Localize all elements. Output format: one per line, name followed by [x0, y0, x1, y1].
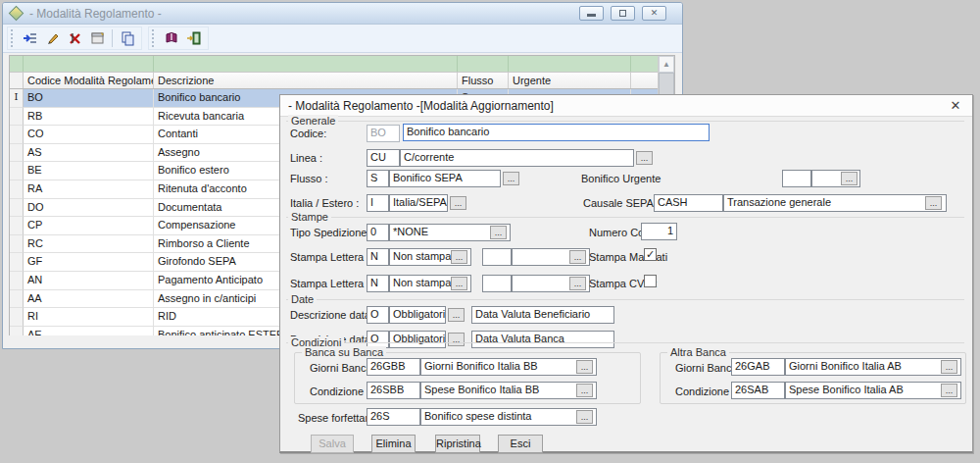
help-button[interactable]	[160, 27, 182, 49]
toolbar-gripper-2[interactable]	[152, 29, 156, 47]
properties-button[interactable]	[86, 27, 109, 49]
elimina-button[interactable]: Elimina	[371, 435, 416, 453]
scroll-up-icon[interactable]: ▲	[659, 56, 674, 73]
codice-label: Codice:	[290, 128, 326, 139]
app-diamond-icon	[9, 6, 24, 22]
table-cell: RC	[24, 235, 154, 254]
row-selector-cell	[10, 253, 24, 272]
row-selector-cell	[10, 217, 24, 235]
flusso-code-input[interactable]: S	[367, 170, 389, 187]
bb-spesa-desc-field: Spese Bonifico Italia BB	[420, 382, 597, 399]
linea-code-input[interactable]: CU	[367, 149, 400, 167]
codice-desc-input[interactable]: Bonifico bancario	[403, 124, 710, 141]
data1-mode-field: Obbligatorio	[389, 306, 446, 324]
fornitore-extra-code-input[interactable]	[482, 248, 512, 266]
table-cell: BE	[24, 162, 154, 180]
flusso-lookup-button[interactable]: ...	[503, 172, 519, 185]
header-code[interactable]: Codice Modalità Regolamento	[24, 73, 154, 88]
codice-code-field: BO	[367, 125, 400, 142]
close-button[interactable]: ✕	[642, 6, 666, 21]
spese-code-input[interactable]: 26S	[367, 408, 420, 426]
banca-lookup-button[interactable]: ...	[451, 277, 467, 290]
fornitore-code-input[interactable]: N	[367, 248, 389, 266]
minimize-button[interactable]	[579, 6, 604, 21]
row-selector-cell	[10, 272, 24, 290]
exit-button[interactable]	[182, 27, 205, 49]
linea-lookup-button[interactable]: ...	[636, 151, 653, 165]
data1-code-input[interactable]: O	[367, 306, 389, 324]
ab-spesa-code-input[interactable]: 26SAB	[731, 382, 785, 399]
stampa-mandati-checkbox[interactable]: ✓	[644, 248, 657, 261]
tipo-spedizione-lookup-button[interactable]: ...	[490, 226, 507, 239]
ab-spesa-lookup-button[interactable]: ...	[941, 384, 957, 397]
bb-giorni-lookup-button[interactable]: ...	[576, 360, 593, 374]
header-flusso[interactable]: Flusso	[458, 73, 509, 88]
delete-x-icon	[68, 30, 83, 46]
copy-button[interactable]	[116, 27, 138, 49]
bonifico-urgente-label: Bonifico Urgente	[581, 173, 661, 184]
delete-button[interactable]	[64, 27, 86, 49]
data1-desc-input[interactable]: Data Valuta Beneficiario	[471, 306, 614, 324]
italia-estero-code-input[interactable]: I	[367, 194, 389, 212]
bonifico-urgente-code-input[interactable]	[782, 170, 811, 187]
causale-sepa-desc-field: Transazione generale	[723, 194, 947, 212]
ab-giorni-lookup-button[interactable]: ...	[941, 360, 957, 374]
bb-giorni-code-input[interactable]: 26GBB	[367, 358, 420, 376]
causale-sepa-code-input[interactable]: CASH	[654, 194, 723, 212]
insert-record-icon	[23, 30, 38, 46]
banca-code-input[interactable]: N	[367, 275, 389, 292]
altra-banca-label: Altra Banca	[667, 346, 729, 358]
exit-door-icon	[186, 30, 202, 46]
row-selector-cell	[10, 144, 24, 163]
fornitore-extra-lookup-button[interactable]: ...	[569, 250, 586, 264]
modalita-aggiornamento-dialog: - Modalità Regolamento -[Modalità Aggior…	[279, 94, 973, 453]
row-selector-cell	[10, 180, 24, 199]
maximize-button[interactable]	[611, 6, 635, 21]
date-section-label: Date	[288, 293, 317, 305]
minimize-icon	[587, 14, 596, 17]
table-cell: RA	[24, 180, 154, 199]
table-cell: BO	[24, 89, 154, 108]
linea-label: Linea :	[290, 152, 322, 164]
bb-spesa-code-input[interactable]: 26SBB	[367, 382, 420, 399]
data1-lookup-button[interactable]: ...	[448, 308, 465, 322]
banca-extra-lookup-button[interactable]: ...	[569, 277, 586, 290]
row-selector-cell	[10, 235, 24, 254]
properties-icon	[90, 30, 106, 46]
stampa-cvs-checkbox[interactable]	[644, 275, 657, 287]
italia-estero-lookup-button[interactable]: ...	[450, 196, 466, 210]
fornitore-lookup-button[interactable]: ...	[451, 250, 467, 264]
banca-extra-code-input[interactable]	[482, 275, 512, 292]
tipo-spedizione-label: Tipo Spedizione :	[290, 227, 373, 238]
header-urgente[interactable]: Urgente	[509, 73, 631, 88]
dialog-close-button[interactable]: ✕	[947, 97, 964, 115]
window-titlebar[interactable]: - Modalità Regolamento - ✕	[3, 3, 682, 25]
edit-button[interactable]	[41, 27, 64, 49]
row-selector-cell	[10, 126, 24, 144]
tipo-spedizione-code-input[interactable]: 0	[367, 224, 389, 241]
data2-desc-input[interactable]: Data Valuta Banca	[471, 331, 614, 348]
toolbar-gripper[interactable]	[11, 29, 15, 47]
header-selector-cell	[10, 73, 24, 88]
table-cell: GF	[24, 253, 154, 272]
data2-lookup-button[interactable]: ...	[448, 333, 465, 346]
numero-copie-input[interactable]: 1	[641, 223, 677, 240]
header-descrizione[interactable]: Descrizione	[154, 73, 458, 88]
table-group-band	[10, 56, 674, 72]
ab-giorni-code-input[interactable]: 26GAB	[731, 358, 785, 376]
bb-giorni-desc-field: Giorni Bonifico Italia BB	[420, 358, 597, 376]
bonifico-urgente-lookup-button[interactable]: ...	[841, 172, 858, 185]
stampe-section-label: Stampe	[288, 211, 331, 223]
window-title: - Modalità Regolamento -	[29, 7, 162, 21]
data2-mode-field: Obbligatorio	[389, 331, 446, 348]
dialog-titlebar[interactable]: - Modalità Regolamento -[Modalità Aggior…	[280, 95, 972, 117]
esci-button[interactable]: Esci	[498, 435, 543, 453]
ripristina-button[interactable]: Ripristina	[435, 435, 480, 453]
spese-lookup-button[interactable]: ...	[576, 410, 593, 424]
insert-record-button[interactable]	[19, 27, 41, 49]
causale-sepa-lookup-button[interactable]: ...	[925, 196, 942, 210]
bb-spesa-lookup-button[interactable]: ...	[576, 384, 593, 397]
table-cell: RI	[24, 308, 154, 327]
spese-desc-field: Bonifico spese distinta	[420, 408, 597, 426]
generale-section-line	[286, 121, 964, 122]
